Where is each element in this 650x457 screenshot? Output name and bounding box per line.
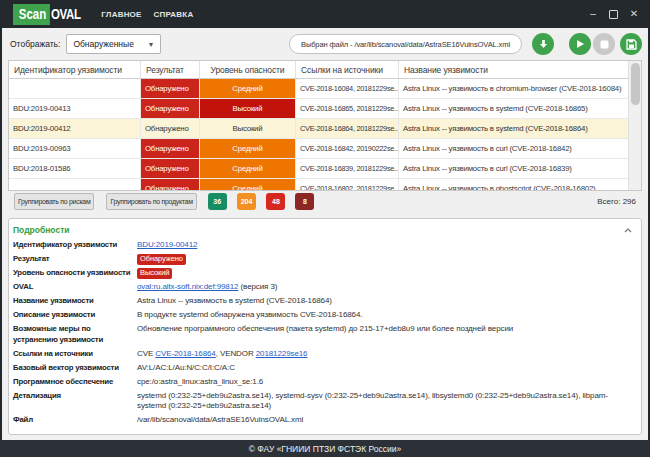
group-by-product-button[interactable]: Группировать по продуктам — [106, 193, 196, 210]
logo-scan: Scan — [13, 4, 50, 25]
table-scrollbar[interactable] — [628, 61, 641, 190]
close-icon[interactable]: ✕ — [629, 9, 639, 19]
detail-value: В продукте systemd обнаружена уязвимость… — [137, 310, 632, 321]
menu-item-main[interactable]: ГЛАВНОЕ — [101, 10, 141, 19]
play-icon — [575, 39, 585, 49]
table-row[interactable]: BDU:2018-01586ОбнаруженоСреднийCVE-2018-… — [9, 159, 641, 179]
details-header: Подробности — [13, 224, 632, 235]
cell-result: Обнаружено — [141, 159, 200, 178]
column-result[interactable]: Результат — [141, 61, 200, 78]
detail-value: BDU:2019-00412 — [137, 240, 632, 251]
total-count-label: Всего: 296 — [597, 197, 636, 206]
scrollbar-thumb[interactable] — [631, 63, 640, 105]
details-panel: Подробности Идентификатор уязвимостиBDU:… — [8, 218, 642, 435]
detail-row-detail: Детализацияsystemd (0:232-25+deb9u2astra… — [13, 391, 632, 412]
display-label: Отображать: — [10, 39, 60, 49]
cell-links: CVE-2018-16084, 20181229se... — [296, 79, 399, 98]
toolbar-right: Выбран файл - /var/lib/scanoval/data/Ast… — [289, 33, 642, 55]
stop-scan-button[interactable] — [593, 33, 615, 55]
detail-text: (версия 3) — [238, 282, 277, 291]
detail-row-file: Файл/var/lib/scanoval/data/AstraSE16Vuln… — [13, 415, 632, 426]
detail-text: cpe:/o:astra_linux:astra_linux_se:1.6 — [137, 377, 263, 386]
window-controls: – ✕ — [588, 9, 639, 19]
app-logo: Scan OVAL — [13, 4, 82, 25]
download-button[interactable] — [532, 33, 554, 55]
detail-link[interactable]: BDU:2019-00412 — [137, 240, 197, 249]
column-severity[interactable]: Уровень опасности — [200, 61, 296, 78]
cell-severity: Средний — [200, 159, 296, 178]
start-scan-button[interactable] — [569, 33, 591, 55]
column-id[interactable]: Идентификатор уязвимости — [9, 61, 141, 78]
minimize-icon[interactable]: – — [588, 9, 598, 19]
table-row[interactable]: BDU:2019-00963ОбнаруженоСреднийCVE-2018-… — [9, 139, 641, 159]
detail-label: Возможные меры по устранению уязвимости — [13, 324, 137, 345]
detail-label: Ссылки на источники — [13, 349, 137, 360]
detail-link[interactable]: oval:ru.altx-soft.nix:def:99812 — [137, 282, 238, 291]
save-report-button[interactable] — [620, 33, 642, 55]
table-row[interactable]: ОбнаруженоСреднийCVE-2018-16084, 2018122… — [9, 79, 641, 99]
count-badge[interactable]: 204 — [237, 193, 257, 210]
chevron-down-icon: ▼ — [147, 41, 154, 48]
cell-result: Обнаружено — [141, 119, 200, 138]
detail-label: Детализация — [13, 391, 137, 412]
count-badge[interactable]: 36 — [208, 193, 227, 210]
table-row[interactable]: ОбнаруженоСреднийCVE-2018-16802, 2018122… — [9, 179, 641, 191]
detail-label: Описание уязвимости — [13, 310, 137, 321]
severity-count-badges: 36204488 — [208, 193, 315, 210]
count-badge[interactable]: 8 — [295, 193, 314, 210]
detail-row-vector: Базовый вектор уязвимостиAV:L/AC:L/Au:N/… — [13, 363, 632, 374]
group-by-risk-button[interactable]: Группировать по рискам — [14, 193, 94, 210]
selected-file-label: Выбран файл - /var/lib/scanoval/data/Ast… — [289, 34, 522, 54]
detail-value: cpe:/o:astra_linux:astra_linux_se:1.6 — [137, 377, 632, 388]
app-window: Scan OVAL ГЛАВНОЕ СПРАВКА – ✕ Отображать… — [0, 0, 650, 457]
column-name[interactable]: Название уязвимости — [399, 61, 641, 78]
status-badge: Высокий — [137, 268, 172, 279]
detail-label: Базовый вектор уязвимости — [13, 363, 137, 374]
column-links[interactable]: Ссылки на источники — [296, 61, 399, 78]
cell-result: Обнаружено — [141, 179, 200, 191]
cell-result: Обнаружено — [141, 99, 200, 118]
cell-id — [9, 179, 141, 191]
cell-severity: Высокий — [200, 119, 296, 138]
cell-links: CVE-2018-16842, 20190222se... — [296, 139, 399, 158]
detail-value: Обнаружено — [137, 254, 632, 265]
detail-row-id: Идентификатор уязвимостиBDU:2019-00412 — [13, 240, 632, 251]
detail-value: CVE CVE-2018-16864, VENDOR 20181229se16 — [137, 349, 632, 360]
table-row[interactable]: BDU:2019-00413ОбнаруженоВысокийCVE-2018-… — [9, 99, 641, 119]
maximize-icon[interactable] — [609, 10, 618, 19]
detail-text: В продукте systemd обнаружена уязвимость… — [137, 310, 362, 319]
collapse-icon[interactable] — [624, 225, 632, 235]
cell-id — [9, 79, 141, 98]
filter-select-value: Обнаруженные — [73, 39, 147, 49]
count-badge[interactable]: 48 — [266, 193, 285, 210]
cell-name: Astra Linux -- уязвимость в curl (CVE-20… — [399, 139, 641, 158]
menu-item-help[interactable]: СПРАВКА — [154, 10, 194, 19]
footer: © ФАУ «ГНИИИ ПТЗИ ФСТЭК России» — [0, 440, 650, 457]
cell-id: BDU:2019-00963 — [9, 139, 141, 158]
detail-label: Результат — [13, 254, 137, 265]
detail-text: /var/lib/scanoval/data/AstraSE16VulnsOVA… — [137, 415, 303, 424]
detail-value: systemd (0:232-25+deb9u2astra.se14), sys… — [137, 391, 632, 412]
cell-result: Обнаружено — [141, 139, 200, 158]
vulnerability-table: Идентификатор уязвимостиРезультатУровень… — [8, 60, 642, 191]
detail-text: systemd (0:232-25+deb9u2astra.se14), sys… — [137, 391, 608, 411]
save-icon — [626, 39, 637, 50]
stop-icon — [600, 40, 609, 49]
filter-select[interactable]: Обнаруженные ▼ — [66, 34, 161, 54]
cell-name: Astra Linux -- уязвимость в systemd (CVE… — [399, 99, 641, 118]
detail-link[interactable]: CVE-2018-16864 — [155, 349, 215, 358]
cell-links: CVE-2018-16802, 20181229se... — [296, 179, 399, 191]
status-badge: Обнаружено — [137, 254, 186, 265]
detail-row-description: Описание уязвимостиВ продукте systemd об… — [13, 310, 632, 321]
detail-row-result: РезультатОбнаружено — [13, 254, 632, 265]
detail-text: Astra Linux -- уязвимость в systemd (CVE… — [137, 296, 332, 305]
detail-link[interactable]: 20181229se16 — [256, 349, 308, 358]
table-row[interactable]: BDU:2019-00412ОбнаруженоВысокийCVE-2018-… — [9, 119, 641, 139]
cell-severity: Средний — [200, 179, 296, 191]
cell-links: CVE-2018-16839, 20181229se... — [296, 159, 399, 178]
detail-label: Файл — [13, 415, 137, 426]
cell-id: BDU:2018-01586 — [9, 159, 141, 178]
cell-name: Astra Linux -- уязвимость в chromium-bro… — [399, 79, 641, 98]
cell-severity: Высокий — [200, 99, 296, 118]
copyright-label: © ФАУ «ГНИИИ ПТЗИ ФСТЭК России» — [249, 444, 402, 454]
